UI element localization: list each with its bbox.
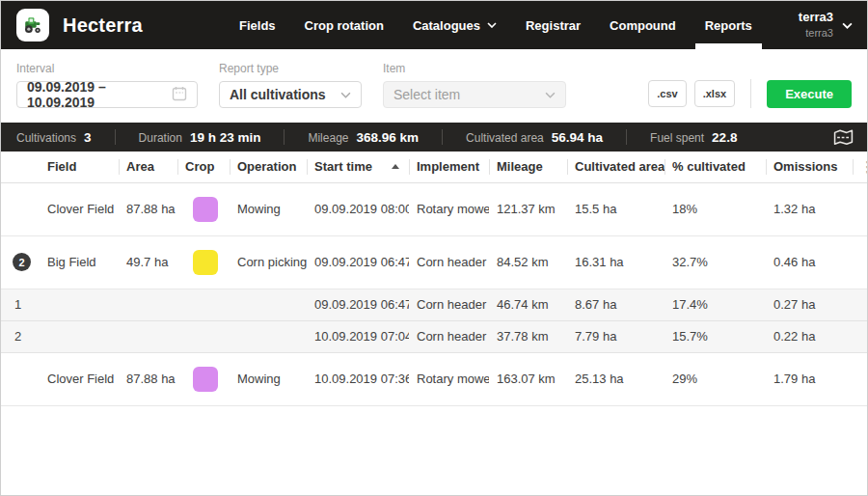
column-header-area[interactable]: Area (119, 152, 177, 182)
table-header-row: Field Area Crop Operation Start time Imp… (1, 152, 867, 182)
cell-omissions: 0.27 ha (766, 289, 853, 320)
cell-sub-index: 1 (1, 289, 40, 320)
group-count-badge[interactable]: 2 (13, 253, 31, 271)
chevron-down-icon (545, 92, 556, 98)
table-row[interactable]: 2 Big Field 49.7 ha Corn picking 09.09.2… (1, 235, 867, 289)
cell-cultivated-area: 25.13 ha (567, 352, 665, 405)
column-header-implement[interactable]: Implement (409, 152, 489, 182)
item-select[interactable]: Select item (383, 81, 566, 108)
cell-implement: Corn header (409, 289, 489, 320)
nav-item-registrar[interactable]: Registrar (511, 1, 595, 49)
tractor-icon (16, 9, 49, 41)
cell-area: 87.88 ha (119, 182, 177, 235)
summary-duration: Duration 19 h 23 min (116, 130, 285, 145)
execute-button[interactable]: Execute (767, 80, 852, 108)
cell-start-time: 10.09.2019 07:04 (307, 320, 409, 352)
cell-start-time: 09.09.2019 06:47 (307, 289, 409, 320)
user-account: terra3 (799, 26, 833, 40)
cell-mileage: 37.78 km (489, 320, 567, 352)
column-header-start-time[interactable]: Start time (307, 152, 409, 182)
cell-omissions: 1.32 ha (766, 182, 853, 235)
calendar-icon[interactable] (172, 86, 187, 104)
cell-pct-cultivated: 29% (665, 352, 766, 405)
map-icon[interactable] (833, 129, 854, 146)
cell-area: 49.7 ha (119, 235, 177, 289)
column-header-omissions[interactable]: Omissions (766, 152, 853, 182)
cell-implement: Rotary mower (409, 182, 489, 235)
sort-ascending-icon (392, 164, 399, 169)
cell-mileage: 84.52 km (489, 235, 567, 289)
column-header-pct-cultivated[interactable]: % cultivated (665, 152, 766, 182)
crop-color-swatch (193, 367, 218, 392)
chevron-down-icon (340, 92, 351, 98)
summary-cultivated-area: Cultivated area 56.94 ha (443, 130, 626, 145)
report-type-group: Report type All cultivations (219, 62, 362, 108)
cell-cultivated-area: 8.67 ha (567, 289, 665, 320)
cell-field: Clover Field (40, 352, 119, 405)
summary-bar: Cultivations 3 Duration 19 h 23 min Mile… (1, 123, 867, 152)
cell-implement: Corn header (409, 320, 489, 352)
chevron-down-icon (842, 22, 853, 29)
summary-cultivations: Cultivations 3 (16, 130, 115, 145)
item-label: Item (383, 62, 566, 75)
cell-operation: Mowing (230, 182, 307, 235)
app-window: Hecterra Fields Crop rotation Catalogues… (0, 0, 868, 496)
table-sub-row[interactable]: 1 09.09.2019 06:47 Corn header 46.74 km … (1, 289, 867, 320)
interval-input[interactable]: 09.09.2019 – 10.09.2019 (16, 81, 198, 108)
cell-field: Big Field (40, 235, 119, 289)
cell-pct-cultivated: 17.4% (665, 289, 766, 320)
nav-item-compound[interactable]: Compound (595, 1, 691, 49)
cell-field: Clover Field (40, 182, 119, 235)
crop-color-swatch (193, 250, 218, 275)
cell-mileage: 121.37 km (489, 182, 567, 235)
column-settings-icon[interactable]: ⋮ (853, 152, 867, 182)
brand: Hecterra (1, 1, 225, 49)
summary-mileage: Mileage 368.96 km (285, 130, 442, 145)
divider (750, 79, 751, 108)
column-header-cultivated-area[interactable]: Cultivated area (567, 152, 665, 182)
cell-pct-cultivated: 18% (665, 182, 766, 235)
main-nav: Fields Crop rotation Catalogues Registra… (225, 1, 767, 49)
column-header-mileage[interactable]: Mileage (489, 152, 567, 182)
column-header-operation[interactable]: Operation (230, 152, 307, 182)
table-row[interactable]: Clover Field 87.88 ha Mowing 09.09.2019 … (1, 182, 867, 235)
interval-label: Interval (16, 62, 198, 75)
cell-implement: Rotary mower (409, 352, 489, 405)
top-header: Hecterra Fields Crop rotation Catalogues… (1, 1, 867, 49)
cell-cultivated-area: 7.79 ha (567, 320, 665, 352)
summary-fuel-spent: Fuel spent 22.8 (627, 130, 760, 145)
column-header-crop[interactable]: Crop (177, 152, 230, 182)
report-type-select[interactable]: All cultivations (219, 81, 362, 108)
cell-mileage: 163.07 km (489, 352, 567, 405)
crop-color-swatch (193, 197, 218, 222)
table-row[interactable]: Clover Field 87.88 ha Mowing 10.09.2019 … (1, 352, 867, 405)
nav-item-reports[interactable]: Reports (691, 1, 767, 49)
cell-operation: Mowing (230, 352, 307, 405)
report-type-label: Report type (219, 62, 362, 75)
cell-cultivated-area: 15.5 ha (567, 182, 665, 235)
cell-omissions: 1.79 ha (766, 352, 853, 405)
table-sub-row[interactable]: 2 10.09.2019 07:04 Corn header 37.78 km … (1, 320, 867, 352)
cell-omissions: 0.46 ha (766, 235, 853, 289)
chevron-down-icon (487, 22, 497, 28)
user-names: terra3 terra3 (799, 10, 833, 40)
app-title: Hecterra (63, 14, 143, 37)
cell-area: 87.88 ha (119, 352, 177, 405)
export-xlsx-button[interactable]: .xlsx (694, 80, 735, 107)
cell-mileage: 46.74 km (489, 289, 567, 320)
cell-start-time: 09.09.2019 06:47 (307, 235, 409, 289)
column-header-field[interactable]: Field (40, 152, 119, 182)
cell-omissions: 0.22 ha (766, 320, 853, 352)
cell-pct-cultivated: 32.7% (665, 235, 766, 289)
filter-bar: Interval 09.09.2019 – 10.09.2019 Report … (1, 49, 867, 123)
nav-item-catalogues[interactable]: Catalogues (398, 1, 511, 49)
interval-group: Interval 09.09.2019 – 10.09.2019 (16, 62, 198, 108)
export-controls: .csv .xlsx Execute (648, 79, 852, 108)
nav-item-crop-rotation[interactable]: Crop rotation (290, 1, 398, 49)
cell-sub-index: 2 (1, 320, 40, 352)
cell-cultivated-area: 16.31 ha (567, 235, 665, 289)
user-menu[interactable]: terra3 terra3 (784, 1, 867, 49)
nav-item-fields[interactable]: Fields (225, 1, 290, 49)
export-csv-button[interactable]: .csv (648, 80, 686, 107)
cell-start-time: 10.09.2019 07:36 (307, 352, 409, 405)
